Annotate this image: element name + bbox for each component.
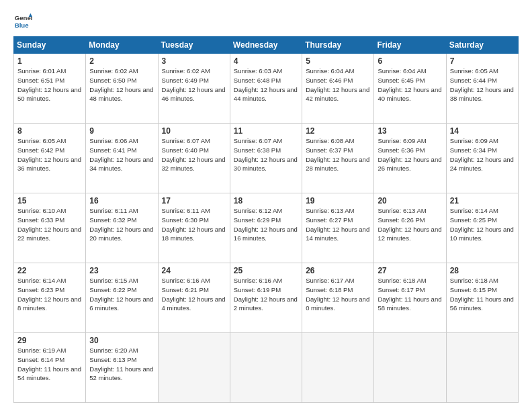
calendar-cell: 14Sunrise: 6:09 AMSunset: 6:34 PMDayligh… (446, 124, 518, 193)
day-number: 26 (306, 266, 370, 275)
header: General Blue (13, 12, 519, 31)
calendar-cell: 15Sunrise: 6:10 AMSunset: 6:33 PMDayligh… (14, 193, 86, 263)
weekday-header: Saturday (446, 37, 518, 54)
day-number: 25 (234, 266, 298, 275)
day-number: 12 (306, 126, 370, 136)
day-number: 22 (17, 266, 82, 275)
day-number: 15 (17, 196, 82, 205)
calendar-cell: 24Sunrise: 6:16 AMSunset: 6:21 PMDayligh… (158, 263, 230, 333)
day-number: 10 (162, 126, 226, 136)
weekday-header: Monday (86, 37, 158, 54)
weekday-header: Sunday (14, 37, 86, 54)
calendar-cell: 18Sunrise: 6:12 AMSunset: 6:29 PMDayligh… (230, 193, 302, 263)
calendar-cell: 12Sunrise: 6:08 AMSunset: 6:37 PMDayligh… (302, 124, 374, 193)
weekday-header: Friday (374, 37, 446, 54)
day-info: Sunrise: 6:16 AMSunset: 6:21 PMDaylight:… (162, 277, 226, 312)
calendar-cell: 26Sunrise: 6:17 AMSunset: 6:18 PMDayligh… (302, 263, 374, 333)
calendar-cell: 2Sunrise: 6:02 AMSunset: 6:50 PMDaylight… (86, 54, 158, 124)
calendar-cell: 4Sunrise: 6:03 AMSunset: 6:48 PMDaylight… (230, 54, 302, 124)
day-info: Sunrise: 6:19 AMSunset: 6:14 PMDaylight:… (17, 347, 81, 381)
calendar-cell: 16Sunrise: 6:11 AMSunset: 6:32 PMDayligh… (86, 193, 158, 263)
weekday-header: Thursday (302, 37, 374, 54)
day-info: Sunrise: 6:02 AMSunset: 6:49 PMDaylight:… (162, 67, 226, 102)
day-number: 14 (450, 126, 515, 136)
day-info: Sunrise: 6:14 AMSunset: 6:25 PMDaylight:… (450, 207, 514, 242)
calendar-cell: 20Sunrise: 6:13 AMSunset: 6:26 PMDayligh… (374, 193, 446, 263)
day-info: Sunrise: 6:12 AMSunset: 6:29 PMDaylight:… (234, 207, 298, 242)
day-number: 2 (89, 56, 154, 66)
day-number: 17 (162, 196, 226, 205)
calendar-cell (302, 333, 374, 403)
calendar-cell: 28Sunrise: 6:18 AMSunset: 6:15 PMDayligh… (446, 263, 518, 333)
day-info: Sunrise: 6:04 AMSunset: 6:46 PMDaylight:… (306, 67, 369, 102)
calendar-cell (230, 333, 302, 403)
calendar-cell: 29Sunrise: 6:19 AMSunset: 6:14 PMDayligh… (14, 333, 86, 403)
day-info: Sunrise: 6:02 AMSunset: 6:50 PMDaylight:… (89, 67, 153, 102)
day-number: 6 (378, 56, 442, 66)
day-info: Sunrise: 6:11 AMSunset: 6:32 PMDaylight:… (89, 207, 153, 242)
day-number: 29 (17, 336, 82, 345)
calendar-cell: 1Sunrise: 6:01 AMSunset: 6:51 PMDaylight… (14, 54, 86, 124)
day-info: Sunrise: 6:06 AMSunset: 6:41 PMDaylight:… (89, 137, 153, 172)
day-info: Sunrise: 6:04 AMSunset: 6:45 PMDaylight:… (378, 67, 441, 102)
calendar-cell: 19Sunrise: 6:13 AMSunset: 6:27 PMDayligh… (302, 193, 374, 263)
day-info: Sunrise: 6:14 AMSunset: 6:23 PMDaylight:… (17, 277, 81, 312)
day-number: 8 (17, 126, 82, 136)
day-info: Sunrise: 6:07 AMSunset: 6:38 PMDaylight:… (234, 137, 298, 172)
calendar-cell: 7Sunrise: 6:05 AMSunset: 6:44 PMDaylight… (446, 54, 518, 124)
calendar-cell: 21Sunrise: 6:14 AMSunset: 6:25 PMDayligh… (446, 193, 518, 263)
day-info: Sunrise: 6:13 AMSunset: 6:26 PMDaylight:… (378, 207, 441, 242)
day-info: Sunrise: 6:09 AMSunset: 6:34 PMDaylight:… (450, 137, 514, 172)
calendar-cell: 22Sunrise: 6:14 AMSunset: 6:23 PMDayligh… (14, 263, 86, 333)
day-info: Sunrise: 6:01 AMSunset: 6:51 PMDaylight:… (17, 67, 81, 102)
day-number: 28 (450, 266, 515, 275)
day-info: Sunrise: 6:10 AMSunset: 6:33 PMDaylight:… (17, 207, 81, 242)
svg-text:Blue: Blue (15, 21, 29, 29)
day-info: Sunrise: 6:18 AMSunset: 6:15 PMDaylight:… (450, 277, 514, 312)
day-info: Sunrise: 6:16 AMSunset: 6:19 PMDaylight:… (234, 277, 298, 312)
day-number: 24 (162, 266, 226, 275)
day-info: Sunrise: 6:13 AMSunset: 6:27 PMDaylight:… (306, 207, 369, 242)
day-number: 19 (306, 196, 370, 205)
day-number: 21 (450, 196, 515, 205)
calendar-cell: 25Sunrise: 6:16 AMSunset: 6:19 PMDayligh… (230, 263, 302, 333)
calendar-cell: 23Sunrise: 6:15 AMSunset: 6:22 PMDayligh… (86, 263, 158, 333)
calendar-cell (446, 333, 518, 403)
day-number: 1 (17, 56, 82, 66)
logo: General Blue (13, 12, 35, 31)
calendar-cell: 30Sunrise: 6:20 AMSunset: 6:13 PMDayligh… (86, 333, 158, 403)
day-number: 4 (234, 56, 298, 66)
calendar-cell: 11Sunrise: 6:07 AMSunset: 6:38 PMDayligh… (230, 124, 302, 193)
calendar-cell (158, 333, 230, 403)
day-number: 7 (450, 56, 515, 66)
page: General Blue SundayMondayTuesdayWednesda… (0, 0, 532, 411)
day-info: Sunrise: 6:11 AMSunset: 6:30 PMDaylight:… (162, 207, 226, 242)
day-info: Sunrise: 6:15 AMSunset: 6:22 PMDaylight:… (89, 277, 153, 312)
day-info: Sunrise: 6:18 AMSunset: 6:17 PMDaylight:… (378, 277, 441, 312)
calendar-cell: 27Sunrise: 6:18 AMSunset: 6:17 PMDayligh… (374, 263, 446, 333)
day-number: 11 (234, 126, 298, 136)
day-info: Sunrise: 6:20 AMSunset: 6:13 PMDaylight:… (89, 347, 153, 381)
day-info: Sunrise: 6:07 AMSunset: 6:40 PMDaylight:… (162, 137, 226, 172)
calendar-cell: 6Sunrise: 6:04 AMSunset: 6:45 PMDaylight… (374, 54, 446, 124)
calendar-cell: 5Sunrise: 6:04 AMSunset: 6:46 PMDaylight… (302, 54, 374, 124)
day-number: 18 (234, 196, 298, 205)
calendar-cell: 17Sunrise: 6:11 AMSunset: 6:30 PMDayligh… (158, 193, 230, 263)
calendar-table: SundayMondayTuesdayWednesdayThursdayFrid… (13, 36, 519, 403)
day-number: 23 (89, 266, 154, 275)
day-number: 3 (162, 56, 226, 66)
calendar-cell (374, 333, 446, 403)
day-info: Sunrise: 6:05 AMSunset: 6:44 PMDaylight:… (450, 67, 514, 102)
calendar-cell: 3Sunrise: 6:02 AMSunset: 6:49 PMDaylight… (158, 54, 230, 124)
weekday-header: Wednesday (230, 37, 302, 54)
day-info: Sunrise: 6:08 AMSunset: 6:37 PMDaylight:… (306, 137, 369, 172)
day-number: 27 (378, 266, 442, 275)
calendar-cell: 13Sunrise: 6:09 AMSunset: 6:36 PMDayligh… (374, 124, 446, 193)
day-number: 9 (89, 126, 154, 136)
day-info: Sunrise: 6:03 AMSunset: 6:48 PMDaylight:… (234, 67, 298, 102)
day-number: 20 (378, 196, 442, 205)
day-info: Sunrise: 6:09 AMSunset: 6:36 PMDaylight:… (378, 137, 441, 172)
logo-icon: General Blue (13, 12, 32, 31)
weekday-header: Tuesday (158, 37, 230, 54)
day-number: 16 (89, 196, 154, 205)
